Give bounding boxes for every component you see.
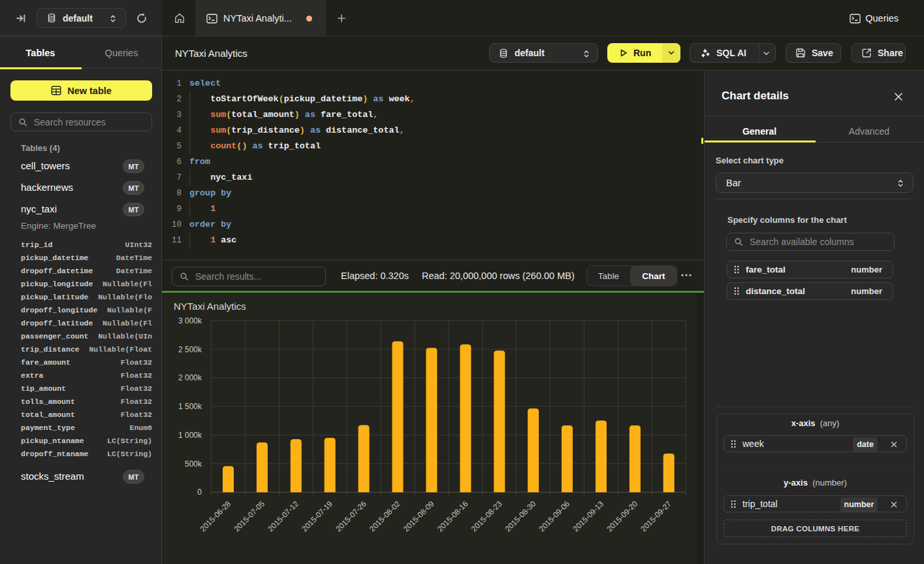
svg-text:1 000k: 1 000k [178,431,202,440]
svg-text:2015-09-27: 2015-09-27 [639,499,673,534]
svg-text:2 000k: 2 000k [178,373,202,382]
svg-text:1 500k: 1 500k [178,402,202,411]
svg-text:2015-07-12: 2015-07-12 [266,499,300,534]
svg-text:3 000k: 3 000k [178,316,202,325]
svg-text:2015-08-09: 2015-08-09 [402,499,436,534]
svg-text:2015-07-26: 2015-07-26 [334,499,368,533]
svg-text:2015-08-16: 2015-08-16 [436,499,470,533]
svg-text:2015-07-05: 2015-07-05 [232,499,266,533]
svg-text:0: 0 [197,488,202,497]
svg-text:2015-07-19: 2015-07-19 [300,499,334,534]
svg-text:2015-08-23: 2015-08-23 [470,499,504,533]
svg-text:2015-06-28: 2015-06-28 [199,499,233,533]
svg-text:2015-09-13: 2015-09-13 [571,499,606,533]
svg-text:2015-08-30: 2015-08-30 [503,499,538,533]
svg-text:500k: 500k [185,459,202,469]
svg-text:2 500k: 2 500k [178,345,202,354]
svg-text:2015-09-06: 2015-09-06 [537,499,572,533]
svg-text:2015-09-20: 2015-09-20 [605,499,639,533]
svg-text:NYTaxi Analytics: NYTaxi Analytics [174,301,246,312]
svg-text:2015-08-02: 2015-08-02 [368,499,402,534]
